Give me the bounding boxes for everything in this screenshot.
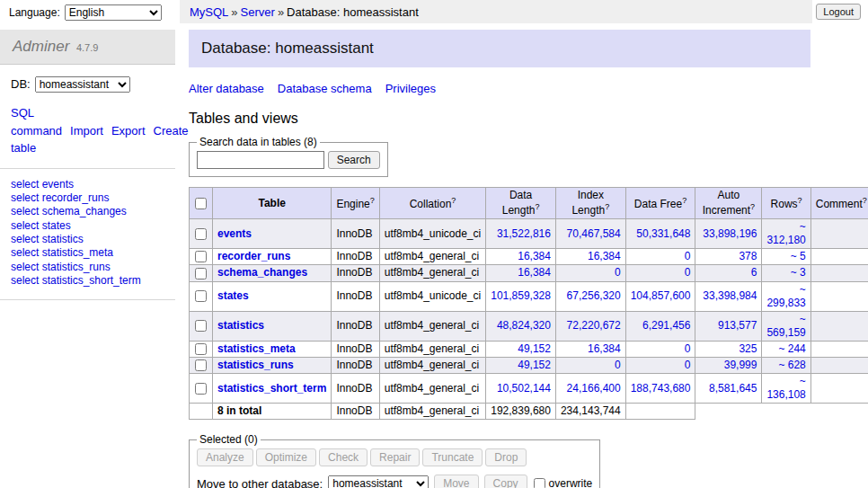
table-name-link[interactable]: statistics [217,319,264,332]
data-length-link[interactable]: 48,824,320 [497,319,551,332]
rows-link[interactable]: ~ 3 [791,266,806,279]
rows-link[interactable]: ~ 628 [778,359,805,371]
sidebar-table-link[interactable]: select events [11,178,164,191]
auto-increment-link[interactable]: 378 [739,250,757,262]
auto-increment-link[interactable]: 33,398,984 [703,289,757,302]
table-name-link[interactable]: schema_changes [217,266,307,279]
row-checkbox[interactable] [195,383,207,395]
sidebar-table-link[interactable]: select recorder_runs [11,191,164,205]
data-free-link[interactable]: 50,331,648 [636,227,690,240]
sidebar-action-link[interactable]: SQL command [11,106,62,138]
data-length-link[interactable]: 101,859,328 [491,289,551,302]
rows-link[interactable]: ~ 5 [791,250,806,262]
data-free-link[interactable]: 0 [685,250,691,262]
db-action-link[interactable]: Alter database [189,82,264,95]
sidebar-table-link[interactable]: select schema_changes [11,205,164,218]
breadcrumb-link-mysql[interactable]: MySQL [190,5,228,19]
truncate-button[interactable]: Truncate [422,448,483,466]
overwrite-checkbox[interactable] [534,478,545,488]
row-checkbox[interactable] [195,228,207,240]
move-button[interactable]: Move [434,475,478,488]
sidebar-table-link[interactable]: select statistics_runs [11,261,164,274]
rows-link[interactable]: ~ 299,833 [766,283,805,309]
index-length-link[interactable]: 70,467,584 [567,227,621,240]
table-name-link[interactable]: statistics_meta [217,342,296,355]
sidebar-table-link[interactable]: select statistics_short_term [11,274,164,288]
optimize-button[interactable]: Optimize [256,448,316,466]
row-checkbox[interactable] [195,290,207,302]
row-checkbox[interactable] [195,343,207,355]
auto-increment-link[interactable]: 6 [751,266,757,279]
data-length-link[interactable]: 16,384 [518,250,551,262]
data-free-link[interactable]: 0 [685,342,691,355]
rows-link[interactable]: ~ 312,180 [766,220,805,246]
rows-link[interactable]: ~ 569,159 [766,313,805,339]
data-length-cell: 16,384 [486,265,556,281]
data-length-link[interactable]: 49,152 [518,359,551,371]
index-length-link[interactable]: 24,166,400 [567,382,621,395]
drop-button[interactable]: Drop [485,448,527,466]
table-name-link[interactable]: statistics_short_term [217,382,326,395]
column-header: Data Free? [625,188,695,219]
language-select[interactable]: English [65,4,162,21]
rows-link[interactable]: ~ 244 [778,342,805,355]
db-action-link[interactable]: Privileges [385,82,436,95]
sidebar-action-link[interactable]: Export [111,124,146,138]
sidebar-table-link[interactable]: select statistics_meta [11,246,164,260]
comment-cell [810,311,868,341]
search-button[interactable]: Search [328,151,380,169]
analyze-button[interactable]: Analyze [197,448,253,466]
row-checkbox[interactable] [195,320,207,332]
index-length-link[interactable]: 16,384 [588,342,621,355]
index-length-link[interactable]: 67,256,320 [567,289,621,302]
row-checkbox[interactable] [195,268,207,279]
data-length-link[interactable]: 49,152 [518,342,551,355]
move-db-select[interactable]: homeassistant [328,475,429,488]
data-free-link[interactable]: 0 [685,359,691,371]
table-name-link[interactable]: statistics_runs [217,359,294,371]
table-name-link[interactable]: states [217,289,249,302]
data-free-link[interactable]: 188,743,680 [631,382,691,395]
copy-button[interactable]: Copy [484,475,527,488]
auto-increment-link[interactable]: 33,898,196 [703,227,757,240]
check-button[interactable]: Check [319,448,368,466]
row-checkbox[interactable] [195,251,207,262]
index-length-link[interactable]: 0 [615,266,621,279]
data-length-link[interactable]: 10,502,144 [497,382,551,395]
row-checkbox[interactable] [195,359,207,371]
auto-increment-link[interactable]: 325 [739,342,757,355]
app-logo-link[interactable]: Adminer [13,38,69,55]
column-header: Comment? [810,188,868,219]
collation-cell: utf8mb4_general_ci [379,374,485,404]
db-select[interactable]: homeassistant [35,76,130,93]
index-length-link[interactable]: 0 [615,359,621,371]
db-links: Alter databaseDatabase schemaPrivileges [189,82,810,95]
auto-increment-link[interactable]: 39,999 [724,359,757,371]
db-action-link[interactable]: Database schema [278,82,372,95]
index-length-link[interactable]: 16,384 [588,250,621,262]
sidebar-action-link[interactable]: Import [70,124,103,138]
logout-button[interactable]: Logout [816,4,861,20]
data-free-link[interactable]: 0 [685,266,691,279]
data-length-link[interactable]: 16,384 [518,266,551,279]
auto-increment-link[interactable]: 8,581,645 [709,382,757,395]
select-all-checkbox[interactable] [195,198,207,209]
table-name-link[interactable]: recorder_runs [217,250,290,262]
repair-button[interactable]: Repair [370,448,420,466]
engine-cell: InnoDB [332,341,379,357]
data-free-link[interactable]: 104,857,600 [631,289,691,302]
data-free-link[interactable]: 6,291,456 [642,319,690,332]
auto-increment-link[interactable]: 913,577 [718,319,757,332]
data-free-cell: 0 [625,357,695,373]
breadcrumb-link-server[interactable]: Server [241,5,275,19]
table-name-cell: schema_changes [213,265,332,281]
table-name-link[interactable]: events [217,227,252,240]
sidebar-table-link[interactable]: select states [11,219,164,233]
rows-link[interactable]: ~ 136,108 [766,375,805,401]
index-length-link[interactable]: 72,220,672 [567,319,621,332]
sidebar-table-link[interactable]: select statistics [11,233,164,246]
data-length-link[interactable]: 31,522,816 [497,227,551,240]
sidebar: Adminer 4.7.9 DB:homeassistant SQL comma… [0,30,175,300]
search-input[interactable] [197,151,324,169]
footer-collation: utf8mb4_general_ci [379,404,485,420]
